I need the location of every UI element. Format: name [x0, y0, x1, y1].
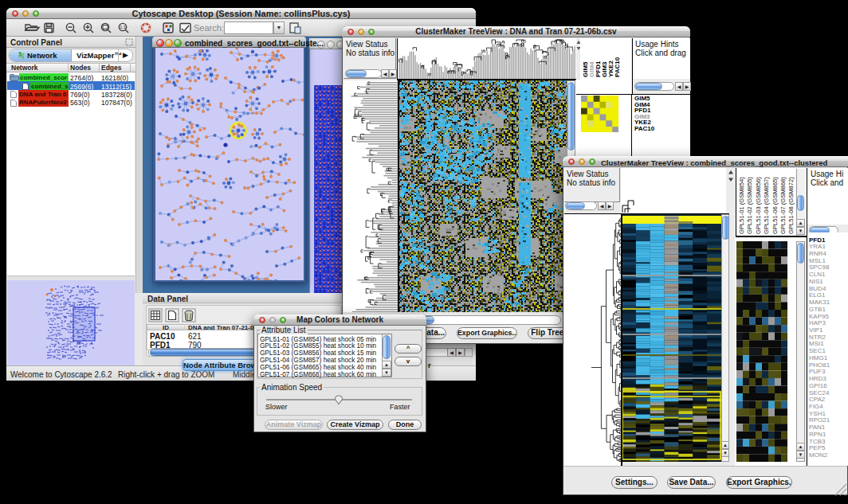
svg-text:1:1: 1:1	[120, 25, 126, 29]
